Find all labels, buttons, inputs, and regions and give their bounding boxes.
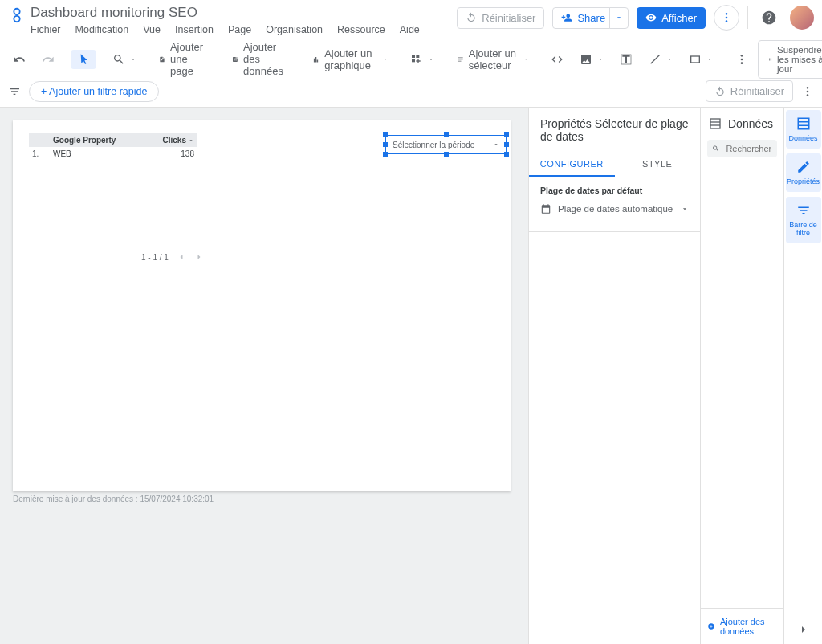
app-logo[interactable] — [8, 5, 31, 24]
image-button[interactable] — [573, 50, 610, 69]
table-row[interactable]: 1. WEB 138 — [29, 147, 197, 161]
add-selector-button[interactable]: Ajouter un sélecteur — [450, 44, 535, 75]
svg-point-2 — [726, 13, 728, 15]
menu-ressource[interactable]: Ressource — [337, 24, 385, 35]
table-header-property[interactable]: Google Property — [50, 133, 156, 147]
data-search[interactable] — [707, 140, 777, 157]
pause-icon — [768, 55, 772, 64]
add-chart-button[interactable]: Ajouter un graphique — [306, 44, 394, 75]
svg-point-14 — [807, 87, 809, 89]
line-button[interactable] — [642, 50, 679, 69]
undo-icon — [714, 86, 726, 97]
pointer-tool[interactable] — [71, 50, 96, 69]
canvas-area[interactable]: Google Property Clicks 1. WEB 138 1 - 1 … — [0, 108, 528, 644]
caret-down-icon — [597, 56, 604, 63]
rail-properties[interactable]: Propriétés — [786, 153, 821, 192]
table-header-clicks[interactable]: Clicks — [156, 133, 197, 147]
caret-down-icon — [615, 14, 623, 22]
reset-button[interactable]: Réinitialiser — [457, 7, 544, 29]
data-add-icon — [232, 53, 238, 66]
date-range-dropdown[interactable]: Plage de dates automatique — [540, 200, 689, 218]
help-icon — [761, 10, 777, 26]
caret-down-icon — [428, 56, 434, 63]
zoom-tool[interactable] — [106, 50, 143, 69]
chevron-right-icon[interactable] — [194, 252, 204, 262]
rail-filter[interactable]: Barre de filtre — [786, 197, 821, 243]
svg-point-0 — [14, 9, 19, 14]
undo-button[interactable] — [6, 50, 32, 69]
undo-icon — [466, 12, 477, 23]
chevron-left-icon[interactable] — [177, 252, 186, 262]
add-quick-filter-button[interactable]: + Ajouter un filtre rapide — [29, 81, 159, 102]
data-search-input[interactable] — [724, 143, 772, 154]
tab-configurer[interactable]: CONFIGURER — [529, 153, 615, 177]
rail-expand-button[interactable] — [797, 623, 810, 636]
svg-point-12 — [740, 58, 743, 60]
page-title[interactable]: Dashboard monitoring SEO — [31, 5, 457, 21]
add-data-link[interactable]: Ajouter des données — [701, 608, 783, 644]
share-dropdown[interactable] — [609, 7, 629, 29]
community-viz-button[interactable] — [404, 50, 441, 69]
eye-icon — [645, 12, 657, 23]
cursor-icon — [77, 53, 90, 66]
more-vert-icon[interactable] — [801, 85, 814, 98]
menu-bar: Fichier Modification Vue Insertion Page … — [31, 24, 457, 35]
filter-icon[interactable] — [8, 85, 21, 98]
zoom-icon — [112, 53, 125, 66]
resize-handle[interactable] — [383, 132, 388, 137]
rect-icon — [689, 53, 702, 66]
add-data-button[interactable]: Ajouter des données — [226, 38, 296, 80]
table-widget[interactable]: Google Property Clicks 1. WEB 138 — [29, 133, 197, 161]
menu-modification[interactable]: Modification — [75, 24, 129, 35]
svg-rect-10 — [690, 56, 699, 63]
chevron-right-icon — [797, 623, 810, 636]
tab-style[interactable]: STYLE — [615, 153, 701, 177]
resize-handle[interactable] — [504, 142, 509, 147]
caret-down-icon — [130, 56, 136, 63]
toolbar-more-button[interactable] — [729, 50, 755, 69]
grid-add-icon — [410, 53, 423, 66]
table-header-index — [29, 133, 50, 147]
filter-reset-button[interactable]: Réinitialiser — [706, 80, 793, 102]
redo-icon — [42, 53, 55, 66]
resize-handle[interactable] — [444, 152, 449, 157]
menu-organisation[interactable]: Organisation — [266, 24, 323, 35]
date-range-selector-widget[interactable]: Sélectionner la période — [385, 135, 507, 154]
menu-aide[interactable]: Aide — [400, 24, 420, 35]
share-button[interactable]: Share — [552, 7, 614, 29]
resize-handle[interactable] — [383, 152, 388, 157]
report-canvas[interactable]: Google Property Clicks 1. WEB 138 1 - 1 … — [13, 120, 511, 491]
calendar-icon — [540, 203, 551, 214]
menu-fichier[interactable]: Fichier — [31, 24, 61, 35]
resize-handle[interactable] — [504, 132, 509, 137]
selector-icon — [457, 53, 464, 66]
resize-handle[interactable] — [383, 142, 388, 147]
svg-rect-7 — [412, 59, 415, 62]
user-avatar[interactable] — [790, 6, 814, 30]
help-button[interactable] — [756, 5, 782, 31]
text-button[interactable] — [613, 50, 639, 69]
caret-down-icon — [493, 141, 499, 148]
search-icon — [712, 144, 719, 153]
resize-handle[interactable] — [444, 132, 449, 137]
shape-button[interactable] — [682, 50, 719, 69]
menu-page[interactable]: Page — [228, 24, 251, 35]
menu-vue[interactable]: Vue — [143, 24, 161, 35]
sort-desc-icon — [188, 137, 194, 144]
redo-button[interactable] — [35, 50, 61, 69]
resize-handle[interactable] — [504, 152, 509, 157]
data-icon — [709, 117, 722, 130]
rail-data[interactable]: Données — [786, 110, 821, 149]
pause-updates-button[interactable]: Suspendre les mises à jour — [758, 40, 822, 79]
image-icon — [580, 53, 592, 66]
divider — [747, 6, 748, 29]
more-options-button[interactable] — [714, 5, 739, 31]
menu-insertion[interactable]: Insertion — [175, 24, 214, 35]
add-page-button[interactable]: Ajouter une page — [153, 38, 216, 80]
data-icon — [796, 116, 811, 131]
embed-button[interactable] — [544, 50, 570, 69]
properties-panel: Propriétés Sélecteur de plage de dates C… — [528, 108, 700, 644]
svg-point-1 — [14, 16, 19, 22]
view-button[interactable]: Afficher — [637, 7, 706, 29]
data-panel-title: Données — [728, 117, 773, 130]
